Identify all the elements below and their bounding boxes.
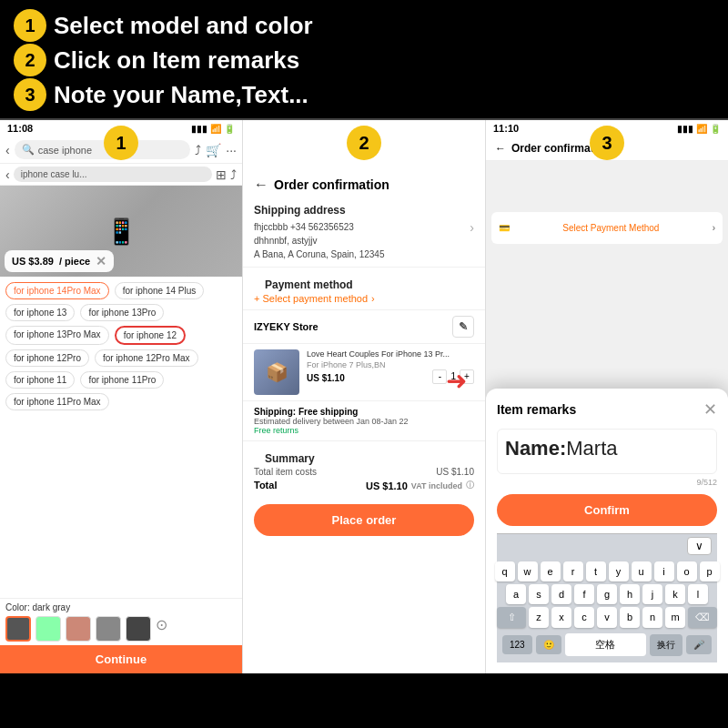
select-payment-link[interactable]: + Select payment method ›	[254, 293, 474, 304]
panel3-back-icon[interactable]: ←	[495, 142, 506, 155]
select-payment-method-link[interactable]: Select Payment Method	[562, 223, 659, 233]
kb-mic-button[interactable]: 🎤	[686, 635, 712, 654]
option-iphone11pro[interactable]: for iphone 11Pro	[80, 371, 164, 389]
kb-y[interactable]: y	[609, 561, 629, 581]
kb-b[interactable]: b	[620, 607, 640, 628]
place-order-button[interactable]: Place order	[254, 504, 474, 536]
option-iphone12[interactable]: for iphone 12	[115, 326, 186, 345]
kb-t[interactable]: t	[586, 561, 606, 581]
color-black[interactable]	[126, 616, 151, 642]
kb-m[interactable]: m	[665, 607, 685, 628]
kb-i[interactable]: i	[654, 561, 674, 581]
panel2-title: Order confirmation	[274, 177, 389, 192]
kb-c[interactable]: c	[574, 607, 594, 628]
instructions-area: 1 Select model and color 2 Click on Item…	[0, 0, 728, 118]
option-row-6: for iphone 11Pro Max	[5, 393, 237, 410]
store-row: IZYEKY Store ✎	[243, 310, 485, 344]
keyboard-nav-down[interactable]: ∨	[687, 537, 712, 555]
color-more-icon[interactable]: ⊙	[156, 616, 167, 642]
color-darkgray[interactable]	[5, 616, 31, 642]
kb-u[interactable]: u	[632, 561, 652, 581]
kb-p[interactable]: p	[700, 561, 720, 581]
summary-total-row: Total US $1.10 VAT included ⓘ	[254, 480, 474, 491]
back2-icon[interactable]: ‹	[5, 167, 10, 182]
kb-n[interactable]: n	[642, 607, 662, 628]
kb-d[interactable]: d	[551, 584, 571, 604]
kb-shift[interactable]: ⇧	[497, 607, 526, 628]
kb-e[interactable]: e	[541, 561, 561, 581]
option-iphone14plus[interactable]: for iphone 14 Plus	[115, 282, 205, 299]
remarks-input[interactable]: Name:Marta	[497, 429, 717, 474]
panel1-search2-container: ‹ iphone case lu... ⊞ ⤴	[0, 164, 242, 186]
kb-x[interactable]: x	[551, 607, 571, 628]
shipping-details: Estimated delivery between Jan 08-Jan 22	[254, 417, 474, 426]
more-icon[interactable]: ···	[226, 143, 237, 157]
filter-icon[interactable]: ⊞	[216, 167, 227, 182]
option-iphone11[interactable]: for iphone 11	[5, 371, 75, 389]
option-iphone12pro[interactable]: for iphone 12Pro	[5, 349, 89, 367]
continue-button[interactable]: Continue	[0, 645, 242, 673]
address-chevron-icon: ›	[470, 220, 474, 235]
color-gray[interactable]	[96, 616, 121, 642]
color-green[interactable]	[35, 616, 61, 642]
instruction-row-3: 3 Note your Name,Text...	[14, 78, 714, 111]
kb-j[interactable]: j	[642, 584, 662, 604]
wifi2-icon: 📶	[696, 124, 707, 134]
vat-info-icon: ⓘ	[466, 480, 474, 491]
kb-g[interactable]: g	[597, 584, 617, 604]
edit-remarks-button[interactable]: ✎	[452, 316, 474, 338]
kb-h[interactable]: h	[620, 584, 640, 604]
summary-item-val: US $1.10	[436, 467, 474, 477]
kb-123-button[interactable]: 123	[502, 635, 532, 654]
battery-icon: 🔋	[224, 124, 235, 134]
kb-v[interactable]: v	[597, 607, 617, 628]
share2-icon[interactable]: ⤴	[230, 167, 237, 182]
product-name: Love Heart Couples For iPhone 13 Pr...	[307, 349, 474, 360]
panel1-time: 11:08	[7, 123, 33, 134]
instruction-row-1: 1 Select model and color	[14, 9, 714, 42]
kb-f[interactable]: f	[574, 584, 594, 604]
price-badge: US $3.89 / piece ✕	[5, 250, 114, 272]
color-brown[interactable]	[66, 616, 91, 642]
back-icon[interactable]: ‹	[5, 143, 10, 157]
option-iphone13[interactable]: for iphone 13	[5, 304, 75, 321]
confirm-button[interactable]: Confirm	[497, 494, 717, 526]
share-icon[interactable]: ⤴	[195, 143, 201, 157]
close-price-button[interactable]: ✕	[96, 254, 106, 268]
kb-r[interactable]: r	[563, 561, 583, 581]
option-iphone12promax[interactable]: for iphone 12Pro Max	[95, 349, 198, 367]
option-iphone13promax[interactable]: for iphone 13Pro Max	[5, 326, 109, 345]
vat-note: VAT included	[411, 481, 462, 490]
instruction-row-2: 2 Click on Item remarks	[14, 44, 714, 76]
option-iphone14promax[interactable]: for iphone 14Pro Max	[5, 282, 109, 299]
kb-l[interactable]: l	[688, 584, 708, 604]
shipping-section-title: Shipping address	[243, 198, 485, 218]
address-text: fhjccbbb +34 562356523 dhhnnbf, astyjjv …	[254, 220, 384, 261]
panel2-back-icon[interactable]: ←	[254, 177, 268, 193]
kb-return-button[interactable]: 换行	[650, 634, 682, 656]
modal-close-button[interactable]: ✕	[703, 399, 717, 420]
option-iphone11promax[interactable]: for iphone 11Pro Max	[5, 393, 109, 410]
step-3-circle: 3	[14, 78, 46, 111]
instruction-3-text: Note your Name,Text...	[54, 81, 308, 109]
kb-backspace[interactable]: ⌫	[688, 607, 717, 628]
kb-emoji-button[interactable]: 🙂	[536, 635, 561, 654]
kb-w[interactable]: w	[518, 561, 538, 581]
panel1: 1 11:08 ▮▮▮ 📶 🔋 ‹ 🔍 case iphone ⤴ 🛒 ··· …	[0, 120, 243, 673]
kb-k[interactable]: k	[665, 584, 685, 604]
kb-z[interactable]: z	[529, 607, 549, 628]
kb-a[interactable]: a	[506, 584, 526, 604]
p3-payment-row: 💳 Select Payment Method ›	[499, 219, 715, 237]
store-name: IZYEKY Store	[254, 321, 318, 332]
search-bar-1[interactable]: 🔍 case iphone	[15, 140, 191, 159]
cart-icon[interactable]: 🛒	[206, 143, 221, 157]
search-bar-2[interactable]: iphone case lu...	[14, 167, 212, 182]
kb-space-button[interactable]: 空格	[565, 633, 646, 656]
kb-s[interactable]: s	[529, 584, 549, 604]
option-iphone13pro[interactable]: for iphone 13Pro	[80, 304, 164, 321]
color-swatches: ⊙	[5, 616, 237, 642]
kb-q[interactable]: q	[495, 561, 515, 581]
kb-o[interactable]: o	[677, 561, 697, 581]
address-block[interactable]: fhjccbbb +34 562356523 dhhnnbf, astyjjv …	[243, 218, 485, 268]
panel3-time: 11:10	[493, 123, 519, 134]
